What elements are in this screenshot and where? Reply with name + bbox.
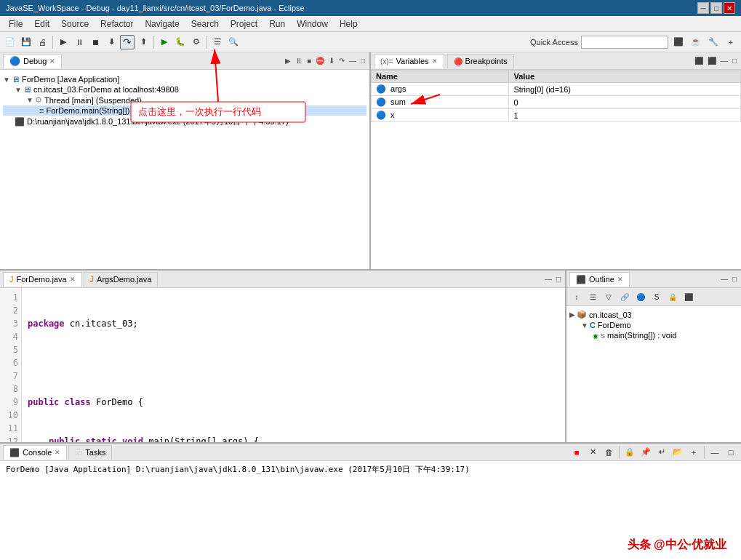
close-button[interactable]: ✕ (724, 2, 735, 14)
debug-panel: 🔵 Debug ✕ ▶ ⏸ ■ ⛔ ⬇ ↷ — □ (0, 52, 371, 269)
ln-12: 12 (3, 435, 18, 442)
outline-hide-static[interactable]: S (649, 289, 664, 304)
toolbar-print[interactable]: 🖨 (35, 35, 49, 49)
debug-min-btn[interactable]: — (348, 56, 358, 65)
menu-window[interactable]: Window (291, 17, 334, 31)
menu-source[interactable]: Source (55, 17, 95, 31)
editor-content[interactable]: 1 2 3 4 5 6 7 8 9 10 11 12 13 14 package… (0, 288, 565, 442)
outline-sort-btn[interactable]: ↕ (569, 289, 584, 304)
editor-min-btn[interactable]: — (543, 274, 553, 284)
outline-tab-close[interactable]: ✕ (617, 276, 623, 283)
toolbar-debug-resume[interactable]: ▶ (56, 35, 71, 49)
editor-tab-argsdemo[interactable]: J ArgsDemo.java (84, 272, 159, 287)
toolbar-debug-launch[interactable]: 🐛 (173, 35, 188, 49)
toolbar-debug-perspective[interactable]: 🔧 (706, 35, 721, 49)
console-max-btn[interactable]: □ (724, 445, 738, 460)
minimize-button[interactable]: ─ (697, 2, 709, 14)
toolbar-debug-suspend[interactable]: ⏸ (72, 35, 87, 49)
outline-content: ▶ 📦 cn.itcast_03 ▼ C ForDemo ◉ S main(St… (566, 306, 741, 442)
outline-filter-btn[interactable]: ☰ (585, 289, 600, 304)
breakpoints-tab[interactable]: 🔴 Breakpoints (447, 54, 514, 68)
toolbar-search[interactable]: 🔍 (226, 35, 241, 49)
var-row-0[interactable]: 🔵 args String[0] (id=16) (372, 83, 741, 96)
debug-step-over[interactable]: ↷ (337, 56, 346, 65)
quick-access-input[interactable] (581, 36, 668, 49)
menu-search[interactable]: Search (185, 17, 225, 31)
toolbar-run[interactable]: ▶ (157, 35, 172, 49)
console-clear-btn[interactable]: 🗑 (601, 445, 616, 460)
tree-item-1[interactable]: ▼ 🖥 cn.itcast_03.ForDemo at localhost:49… (3, 84, 367, 95)
outline-hide-nonpub[interactable]: 🔒 (665, 289, 680, 304)
debug-step-into[interactable]: ⬇ (327, 56, 336, 65)
tree-item-0[interactable]: ▼ 🖥 ForDemo [Java Application] (3, 74, 367, 84)
vars-icon-btn1[interactable]: ⬛ (693, 56, 705, 65)
menu-file[interactable]: File (3, 17, 28, 31)
menu-help[interactable]: Help (334, 17, 364, 31)
variables-tab[interactable]: (x)= Variables ✕ (374, 54, 444, 68)
console-terminate-btn[interactable]: ■ (569, 445, 584, 460)
outline-hide-local[interactable]: ⬛ (681, 289, 696, 304)
outline-max-btn[interactable]: □ (731, 274, 738, 284)
var-value-2: 1 (509, 109, 741, 122)
debug-resume-btn[interactable]: ▶ (284, 56, 292, 65)
tree-item-2[interactable]: ▼ ⚙ Thread [main] (Suspended) (3, 95, 367, 105)
tasks-tab[interactable]: ☑ Tasks (68, 445, 112, 460)
debug-max-btn[interactable]: □ (359, 56, 367, 65)
toolbar-perspective[interactable]: ☰ (210, 35, 225, 49)
console-content[interactable]: ForDemo [Java Application] D:\ruanjian\j… (0, 461, 741, 560)
console-open-file[interactable]: 📂 (670, 445, 685, 460)
toolbar-save[interactable]: 💾 (19, 35, 33, 49)
editor-tab-close-0[interactable]: ✕ (70, 276, 76, 283)
outline-tab[interactable]: ⬛ Outline ✕ (569, 272, 630, 287)
editor-tab-fordemo[interactable]: J ForDemo.java ✕ (3, 272, 82, 287)
toolbar-perspectives-icon[interactable]: ⬛ (671, 35, 686, 49)
vars-tab-close[interactable]: ✕ (432, 57, 438, 65)
console-min-btn[interactable]: — (708, 445, 722, 460)
toolbar-java-icon[interactable]: ☕ (689, 35, 703, 49)
toolbar-debug-terminate[interactable]: ⏹ (88, 35, 103, 49)
menu-edit[interactable]: Edit (28, 17, 55, 31)
outline-item-1[interactable]: ▼ C ForDemo (569, 320, 738, 330)
var-row-1[interactable]: 🔵 sum 0 (372, 96, 741, 109)
code-area[interactable]: package cn.itcast_03; public class ForDe… (22, 288, 565, 442)
toolbar-new[interactable]: 📄 (3, 35, 17, 49)
debug-disconnect-btn[interactable]: ⛔ (314, 56, 326, 65)
console-pin-btn[interactable]: 📌 (638, 445, 653, 460)
outline-item-0[interactable]: ▶ 📦 cn.itcast_03 (569, 309, 738, 320)
debug-terminate-btn[interactable]: ■ (305, 56, 313, 65)
debug-tab[interactable]: 🔵 Debug ✕ (3, 54, 62, 68)
vars-min-btn[interactable]: — (719, 56, 729, 65)
menu-navigate[interactable]: Navigate (139, 17, 185, 31)
console-remove-btn[interactable]: ✕ (585, 445, 600, 460)
menu-run[interactable]: Run (263, 17, 291, 31)
outline-item-2[interactable]: ◉ S main(String[]) : void (569, 330, 738, 340)
toolbar-step-over[interactable]: ↷ (120, 35, 135, 49)
toolbar-open-perspective[interactable]: + (724, 35, 738, 49)
editor-max-btn[interactable]: □ (555, 274, 562, 284)
menu-refactor[interactable]: Refactor (95, 17, 139, 31)
toolbar-step-into[interactable]: ⬇ (104, 35, 119, 49)
console-scroll-lock[interactable]: 🔒 (622, 445, 637, 460)
toolbar-step-return[interactable]: ⬆ (136, 35, 151, 49)
outline-link-btn[interactable]: 🔗 (617, 289, 632, 304)
vars-max-btn[interactable]: □ (731, 56, 738, 65)
var-name-1: 🔵 sum (372, 96, 509, 109)
vars-icon-btn2[interactable]: ⬛ (706, 56, 718, 65)
window-title: JavaSE_WorkSpace - Debug - day11_lianxi/… (6, 4, 305, 12)
var-row-2[interactable]: 🔵 x 1 (372, 109, 741, 122)
tree-item-4[interactable]: ⬛ D:\ruanjian\java\jdk1.8.0_131\bin\java… (3, 116, 367, 128)
menu-project[interactable]: Project (225, 17, 263, 31)
outline-collapse-btn[interactable]: ▽ (601, 289, 616, 304)
console-tab[interactable]: ⬛ Console ✕ (3, 445, 67, 460)
debug-suspend-btn[interactable]: ⏸ (294, 56, 304, 65)
debug-tab-close[interactable]: ✕ (49, 57, 55, 65)
outline-hide-fields[interactable]: 🔵 (633, 289, 648, 304)
tree-item-3[interactable]: ≡ ForDemo.main(String[]) line: 8 (3, 105, 367, 116)
outline-min-btn[interactable]: — (719, 274, 729, 284)
console-new-console[interactable]: + (686, 445, 701, 460)
toolbar-profile[interactable]: ⚙ (189, 35, 204, 49)
maximize-button[interactable]: □ (710, 2, 722, 14)
console-word-wrap[interactable]: ↵ (654, 445, 669, 460)
thread-icon: ⚙ (35, 95, 42, 105)
console-tab-close[interactable]: ✕ (55, 449, 60, 456)
